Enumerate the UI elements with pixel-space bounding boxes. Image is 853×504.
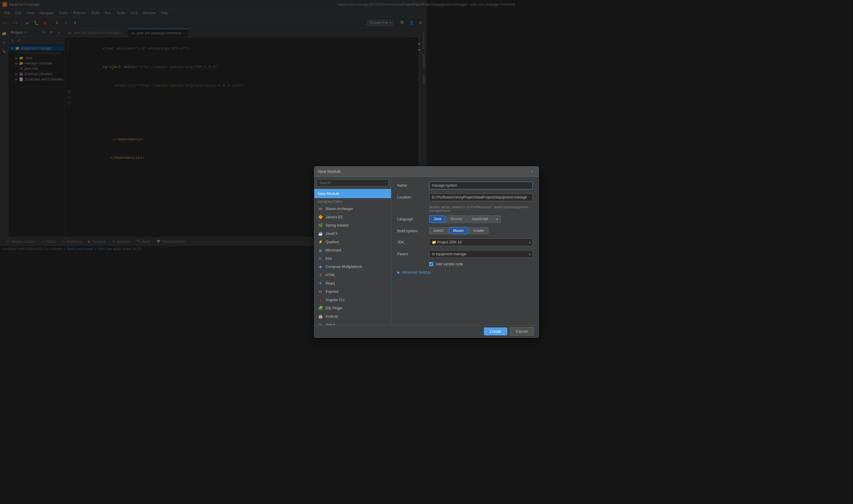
jakarta-ee-label: Jakarta EE [326,215,343,219]
micronaut-icon: μ [318,248,323,252]
new-module-modal: New Module × New Module Generators m Mav… [314,166,426,252]
maven-archetype-icon: m [318,206,323,212]
quarkus-icon: ⚡ [318,239,323,245]
search-box [314,177,391,189]
location-row: Location: D:\YhcResource\myProject\IdeaP… [397,194,426,201]
generator-list: m Maven Archetype 🔶 Jakarta EE 🌿 Spring … [314,205,391,252]
location-label: Location: [397,194,426,199]
maven-archetype-label: Maven Archetype [326,207,353,211]
jdk-row: JDK: 📁 Project SDK 19 ▾ [397,238,426,246]
name-label: Name: [397,182,426,187]
javafx-label: JavaFX [326,232,338,236]
jakarta-ee-icon: 🔶 [318,214,323,220]
jdk-label: JDK: [397,238,426,244]
spring-icon: 🌿 [318,223,323,228]
name-row: Name: [397,182,426,189]
modal-body: New Module Generators m Maven Archetype … [314,177,426,252]
javafx-icon: ☕ [318,231,323,236]
parent-label: Parent: [397,250,426,252]
generators-label: Generators [314,198,391,205]
build-system-row: Build system: IntelliJ Maven Gradle [397,227,426,234]
modal-left-panel: New Module Generators m Maven Archetype … [314,177,391,252]
parent-row: Parent: m equipment-manage ▾ [397,250,426,252]
modal-title: New Module [318,169,341,174]
new-module-item-label: New Module [318,191,339,196]
generator-spring-initializr[interactable]: 🌿 Spring Initializr [314,221,391,230]
generator-micronaut[interactable]: μ Micronaut [314,246,391,252]
build-system-label: Build system: [397,227,426,233]
generator-search-input[interactable] [317,179,389,186]
generator-javafx[interactable]: ☕ JavaFX [314,230,391,238]
generator-jakarta-ee[interactable]: 🔶 Jakarta EE [314,213,391,221]
language-row: Language: Java Groovy JavaScript + [397,215,426,223]
modal-right-panel: Name: Location: D:\YhcResource\myProject… [391,177,426,252]
spring-label: Spring Initializr [326,223,349,228]
modal-title-bar: New Module × [314,166,426,177]
language-label: Language: [397,215,426,221]
quarkus-label: Quarkus [326,240,339,244]
micronaut-label: Micronaut [326,248,341,252]
modal-overlay: New Module × New Module Generators m Mav… [0,0,426,252]
generator-quarkus[interactable]: ⚡ Quarkus [314,238,391,246]
location-hint: Module will be created in: D:\YhcResourc… [397,205,426,212]
generator-maven-archetype[interactable]: m Maven Archetype [314,205,391,213]
new-module-item[interactable]: New Module [314,189,391,198]
